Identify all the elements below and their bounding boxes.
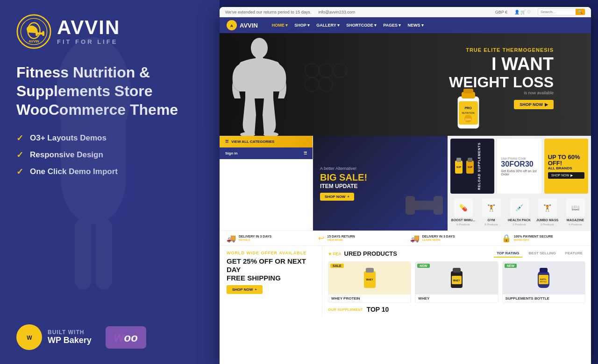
- svg-rect-10: [42, 31, 44, 36]
- cat-gym[interactable]: 🏋 GYM 8 Products: [478, 198, 504, 226]
- offer-title: GET 25% OFF OR NEXT DAY FREE SHIPPING: [227, 257, 315, 282]
- sixty-off-text: UP TO 60% OFF!: [548, 154, 584, 166]
- use-promo: Use Promo Code: [501, 157, 537, 160]
- cat-count-health: 1 Products: [513, 223, 526, 226]
- site-top-bar: We've extended our returns period to 15 …: [220, 7, 591, 17]
- woo-text: woo: [114, 330, 138, 345]
- svg-rect-4: [75, 219, 91, 289]
- all-brands: ALL BRANDS: [548, 166, 584, 170]
- tab-top-rating[interactable]: TOP RATING: [494, 250, 522, 258]
- product-info-3: SUPPLEMENTS BOTTLE: [503, 294, 585, 302]
- nav-shop[interactable]: SHOP ▾: [294, 23, 310, 28]
- cat-icon-health: 💉: [510, 198, 529, 217]
- logo-subtitle: FIT FOR LIFE: [57, 38, 120, 45]
- product-card-1[interactable]: SALE WHEY WHEY PROTEIN: [328, 261, 411, 303]
- offer-shop-btn[interactable]: SHOP NOW +: [227, 285, 263, 294]
- svg-rect-44: [366, 268, 374, 273]
- nav-logo-icon: A: [227, 20, 237, 30]
- top10-label: TOP 10: [367, 306, 389, 313]
- nav-news[interactable]: NEWS ▾: [408, 23, 424, 28]
- nav-pages[interactable]: PAGES ▾: [383, 23, 401, 28]
- check-icon-3: ✓: [16, 167, 23, 177]
- sign-in-bar: Sign in ☰: [220, 147, 313, 159]
- sixty-shop-btn[interactable]: SHOP NOW ▶: [548, 172, 584, 179]
- product-name-1: WHEY PROTEIN: [331, 296, 408, 301]
- hero-i-want: I WANT: [449, 55, 554, 74]
- top-bar-right: GBP € 👤 🛒 ♡ 🔍: [495, 8, 585, 15]
- cat-icon-jumbo: 🏋: [538, 198, 557, 217]
- browser-window: We've extended our returns period to 15 …: [220, 7, 591, 364]
- featured-title: URED PRODUCTS: [344, 250, 397, 257]
- trust-text-2: 15 DAYS RETURN VIEW MORE: [327, 234, 355, 242]
- svg-point-19: [333, 63, 347, 77]
- svg-point-22: [251, 38, 268, 58]
- search-button[interactable]: 🔍: [576, 9, 585, 15]
- big-sale-banner: A better Alternative! BIG SALE! ITEM UPD…: [313, 136, 448, 231]
- product-dark-card: SUP SUP RELOAD SUPPLEMENTS: [450, 139, 494, 194]
- cat-icon-magazine: 📖: [566, 198, 585, 217]
- cat-name-health: HEALTH PACK: [508, 218, 531, 222]
- cat-name-boost: BOOST IMMU...: [451, 218, 475, 222]
- sixty-off-card: UP TO 60% OFF! ALL BRANDS SHOP NOW ▶: [544, 139, 588, 194]
- sale-shop-btn[interactable]: SHOP NOW +: [320, 193, 354, 201]
- cat-name-jumbo: JUMBO MASS: [536, 218, 558, 222]
- feature-item-2: ✓ Responsive Design: [16, 150, 203, 160]
- left-tagline: Fitness Nutrition & Supplements Store Wo…: [16, 63, 203, 119]
- top-bar-left: We've extended our returns period to 15 …: [225, 10, 355, 14]
- trust-text-1: DELIVERY IN 3 DAYS DETAILS: [239, 234, 271, 242]
- nav-logo: A AVVIN: [227, 20, 258, 30]
- hero-athlete: [229, 38, 290, 136]
- plus-icon: +: [347, 195, 349, 199]
- cat-health[interactable]: 💉 HEALTH PACK 1 Products: [506, 198, 532, 226]
- sign-in-text: Sign in: [225, 151, 238, 155]
- promo-desc: Get Extra 30% off on 1st Order: [501, 169, 537, 176]
- cat-jumbo[interactable]: 🏋 JUMBO MASS 0 Products: [534, 198, 560, 226]
- logo-title: AVVIN: [57, 18, 120, 37]
- currency: GBP €: [495, 10, 507, 14]
- promo-code: 30FOR30: [501, 160, 537, 168]
- view-all-btn[interactable]: ☰ VIEW ALL CATEGORIES: [220, 136, 313, 147]
- svg-rect-38: [456, 158, 461, 162]
- feat-prefix: ★ FEA: [328, 252, 342, 256]
- cat-count-jumbo: 0 Products: [541, 223, 554, 226]
- view-all-label: VIEW ALL CATEGORIES: [231, 140, 274, 144]
- badge-sale-1: SALE: [330, 264, 344, 268]
- nav-home[interactable]: HOME ▾: [272, 23, 288, 28]
- big-sale-alt: A better Alternative!: [320, 166, 441, 171]
- hero-weight-loss: WEIGHT LOSS: [449, 74, 554, 91]
- cat-name-gym: GYM: [488, 218, 495, 222]
- nav-links: HOME ▾ SHOP ▾ GALLERY ▾ SHORTCODE ▾ PAGE…: [272, 23, 424, 28]
- search-input[interactable]: [538, 9, 576, 15]
- delivery-icon-2: 🚚: [410, 234, 420, 243]
- svg-rect-5: [96, 219, 112, 289]
- wp-bakery-badge: W BUILT WITH WP Bakery: [16, 324, 92, 350]
- woo-badge: woo: [106, 326, 146, 349]
- nav-shortcode[interactable]: SHORTCODE ▾: [346, 23, 377, 28]
- tab-best-selling[interactable]: BEST SELLING: [526, 250, 559, 258]
- product-card-3[interactable]: NEW SUPPL. BOTTLE SUPPLEMENTS BOTTLE: [502, 261, 585, 303]
- featured-header: ★ FEA URED PRODUCTS TOP RATING BEST SELL…: [328, 250, 585, 258]
- svg-text:100%: 100%: [465, 118, 471, 121]
- cat-magazine[interactable]: 📖 MAGAZINE 4 Products: [562, 198, 588, 226]
- hero-shop-btn[interactable]: SHOP NOW ▶: [514, 100, 554, 109]
- big-sale-text: BIG SALE!: [320, 173, 441, 182]
- promo-row-1: SUP SUP RELOAD SUPPLEMENTS Use Pro: [450, 139, 588, 194]
- our-supplement-label: OUR SUPPLEMENT: [328, 308, 363, 312]
- nav-gallery[interactable]: GALLERY ▾: [316, 23, 340, 28]
- search-mini[interactable]: 🔍: [538, 8, 585, 15]
- products-row: SALE WHEY WHEY PROTEIN: [328, 261, 585, 303]
- features-list: ✓ O3+ Layouts Demos ✓ Responsive Design …: [16, 133, 203, 183]
- wp-bakery-icon: W: [16, 324, 42, 350]
- svg-rect-35: [406, 196, 415, 215]
- tab-feature[interactable]: FEATURE: [562, 250, 585, 258]
- banner-bg-dumbbell: [406, 182, 443, 231]
- trust-item-2: ↩ 15 DAYS RETURN VIEW MORE: [318, 234, 400, 243]
- product-card-2[interactable]: NEW WHEY WHEY: [415, 261, 498, 303]
- reload-text: RELOAD SUPPLEMENTS: [477, 142, 481, 190]
- svg-text:W: W: [27, 335, 32, 341]
- trust-badges: 🚚 DELIVERY IN 3 DAYS DETAILS ↩ 15 DAYS R…: [220, 231, 591, 246]
- trust-item-4: 🔒 100% PAYMENT SECURE MORE INFO: [502, 234, 584, 243]
- wp-bakery-text: BUILT WITH WP Bakery: [48, 329, 92, 345]
- svg-text:WHEY: WHEY: [453, 279, 460, 282]
- cat-boost-immu[interactable]: 💊 BOOST IMMU... 5 Products: [450, 198, 476, 226]
